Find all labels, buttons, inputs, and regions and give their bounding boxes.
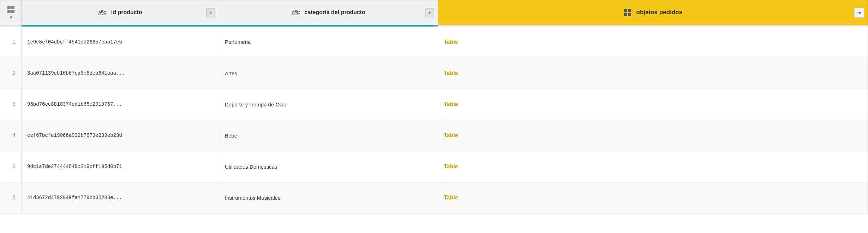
table-grid-icon xyxy=(7,6,15,12)
table-row: 4 cef67bcfe19066a932b7673e239eb23d Bebe … xyxy=(0,120,868,151)
category-value: Instrumentos Musicales xyxy=(219,182,438,213)
dropdown-arrow-icon: ▼ xyxy=(209,11,212,14)
id-value: 1e9e8ef04dbcff4541ed26657ea517e5 xyxy=(22,27,219,58)
svg-rect-15 xyxy=(628,13,631,16)
svg-rect-14 xyxy=(624,13,627,16)
table-row: 3 96bd76ec8810374ed1b65e2919757... Depor… xyxy=(0,89,868,120)
id-value: 96bd76ec8810374ed1b65e2919757... xyxy=(22,89,219,120)
id-producto-label: id producto xyxy=(111,9,142,15)
svg-text:C: C xyxy=(103,10,107,15)
id-value: 41d3672d4792049fa1779bb35283e... xyxy=(22,182,219,213)
svg-rect-12 xyxy=(624,9,627,12)
category-value: Deporte y Tiempo de Ocio xyxy=(219,89,438,120)
row-num-header: ▼ xyxy=(0,0,22,25)
table-row: 5 9dc1a7de274444849c219cff195d0b71 Utili… xyxy=(0,151,868,182)
id-value: 9dc1a7de274444849c219cff195d0b71 xyxy=(22,151,219,182)
header-dropdown-arrow[interactable]: ▼ xyxy=(9,15,13,19)
id-producto-header: A B C id producto ▼ xyxy=(22,0,219,25)
svg-rect-1 xyxy=(11,6,14,9)
objects-value: Table xyxy=(438,120,868,151)
objects-value: Table xyxy=(438,151,868,182)
abc-icon-id: A B C xyxy=(98,9,107,16)
svg-text:C: C xyxy=(297,10,300,15)
table-body: 1 1e9e8ef04dbcff4541ed26657ea517e5 Perfu… xyxy=(0,27,868,213)
objects-value: Table xyxy=(438,182,868,213)
svg-rect-0 xyxy=(7,6,11,9)
category-value: Perfumeria xyxy=(219,27,438,58)
objects-value: Table xyxy=(438,58,868,89)
svg-rect-13 xyxy=(628,9,631,12)
table-row: 2 3aa071139cb16b67ca9e5dea641aaa... Arte… xyxy=(0,58,868,89)
dropdown-arrow-icon-cat: ▼ xyxy=(428,11,431,14)
category-value: Utilidades Domesticas xyxy=(219,151,438,182)
expand-button[interactable]: ⇥ xyxy=(854,8,864,18)
category-value: Bebe xyxy=(219,120,438,151)
row-number: 6 xyxy=(0,182,22,213)
row-number: 3 xyxy=(0,89,22,120)
row-number: 5 xyxy=(0,151,22,182)
id-value: 3aa071139cb16b67ca9e5dea641aaa... xyxy=(22,58,219,89)
id-producto-dropdown[interactable]: ▼ xyxy=(206,8,215,17)
id-value: cef67bcfe19066a932b7673e239eb23d xyxy=(22,120,219,151)
abc-icon-cat: A B C xyxy=(292,9,301,16)
objects-value: Table xyxy=(438,89,868,120)
data-table: ▼ A B C id producto ▼ xyxy=(0,0,868,214)
objects-value: Table xyxy=(438,27,868,58)
table-container: ▼ A B C id producto ▼ xyxy=(0,0,868,233)
table-row: 6 41d3672d4792049fa1779bb35283e... Instr… xyxy=(0,182,868,213)
categoria-header: A B C categoría del producto ▼ xyxy=(219,0,438,25)
svg-rect-3 xyxy=(11,10,14,13)
svg-rect-2 xyxy=(7,10,11,13)
categoria-dropdown[interactable]: ▼ xyxy=(425,8,434,17)
category-value: Artes xyxy=(219,58,438,89)
header-row: ▼ A B C id producto ▼ xyxy=(0,0,868,25)
objetos-header: objetos pedidos ⇥ xyxy=(438,0,868,25)
row-number: 4 xyxy=(0,120,22,151)
table-icon-objetos xyxy=(623,9,633,15)
row-number: 2 xyxy=(0,58,22,89)
categoria-label: categoría del producto xyxy=(304,9,365,15)
expand-icon: ⇥ xyxy=(857,10,861,16)
row-number: 1 xyxy=(0,27,22,58)
objetos-label: objetos pedidos xyxy=(636,9,682,16)
table-row: 1 1e9e8ef04dbcff4541ed26657ea517e5 Perfu… xyxy=(0,27,868,58)
